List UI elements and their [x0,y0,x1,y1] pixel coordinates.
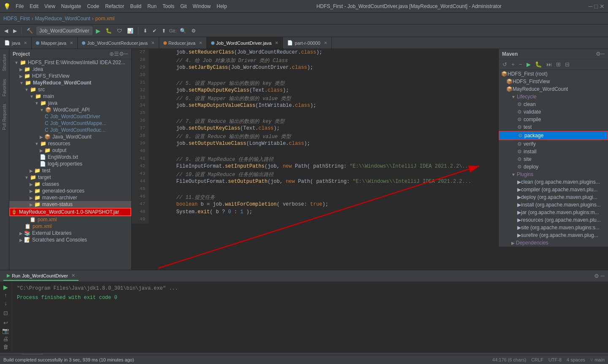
sidebar-layout-button[interactable]: ☰ [114,51,119,57]
tree-classes[interactable]: ▶ 📁 classes [9,181,131,187]
tab-java-close[interactable]: ✕ [24,41,27,45]
maven-plugin-clean[interactable]: ▶ clean (org.apache.maven.plugins... [499,178,608,186]
tree-log4j[interactable]: 📄 log4j.properties [9,160,131,167]
tree-scratches[interactable]: ▶ 📝 Scratches and Consoles [9,236,131,243]
tree-hdfs-firstview[interactable]: ▶ 📁 HDFS_FirstView [9,73,131,79]
run-rerun-down-button[interactable]: ↓ [4,300,7,307]
menu-git[interactable]: Git [178,3,189,10]
maven-plugin-resources[interactable]: ▶ resources (org.apache.maven.plu... [499,216,608,224]
maven-dependencies-section[interactable]: ▶ Dependencies [499,239,608,247]
tab-reducer-full-close[interactable]: ✕ [151,41,155,45]
tree-jar-file[interactable]: 🏺 MayReduce_WordCount-1.0-SNAPSHOT.jar [9,208,131,216]
settings-button[interactable]: ⚙ [190,27,198,35]
run-tab-active[interactable]: ▶ Run Job_WordCountDriver ✕ [3,271,79,281]
encoding[interactable]: UTF-8 [548,357,562,362]
breadcrumb-module[interactable]: MayReduce_WordCount [35,16,90,22]
tree-generated-sources[interactable]: ▶ 📁 generated-sources [9,187,131,194]
sidebar-settings-button[interactable]: ⚙ [119,51,124,57]
tab-part[interactable]: 📄 part-r-00000 ✕ [283,37,332,49]
maven-debug-button[interactable]: 🐛 [534,61,543,68]
tree-driver[interactable]: C Job_WordCountDriver [9,113,131,120]
maven-plugin-install[interactable]: ▶ install (org.apache.maven.plugins... [499,201,608,209]
maximize-button[interactable]: □ [594,3,598,10]
menu-help[interactable]: Help [214,3,230,10]
tree-src[interactable]: ▼ 📁 src [9,86,131,93]
run-wrap-button[interactable]: ↩ [3,320,8,326]
menu-edit[interactable]: Edit [27,3,41,10]
run-button[interactable]: ▶ [94,27,102,35]
maven-clean[interactable]: ⚙ clean [499,101,608,108]
cursor-position[interactable]: 44:176 (6 chars) [492,357,526,362]
menu-tools[interactable]: Tools [160,3,177,10]
tab-java[interactable]: 📄 java ✕ [0,37,32,49]
menu-file[interactable]: File [13,3,26,10]
maven-plugins-section[interactable]: ▼ Plugins [499,171,608,178]
tab-part-close[interactable]: ✕ [324,41,327,45]
run-stop-button[interactable]: ⊡ [3,310,8,316]
menu-view[interactable]: View [42,3,58,10]
back-button[interactable]: ◀ [3,27,10,35]
maven-skip-button[interactable]: ⏭ [545,61,553,68]
maven-plugin-deploy[interactable]: ▶ deploy (org.apache.maven.plugi... [499,193,608,201]
tab-driver-close[interactable]: ✕ [275,41,278,45]
tree-main[interactable]: ▼ 📁 main [9,93,131,100]
git-branch[interactable]: ⑂ main [590,357,605,362]
tree-resources[interactable]: ▼ 📁 resources [9,140,131,147]
tab-mapper[interactable]: Mapper.java ✕ [32,37,78,49]
tree-maven-status[interactable]: ▶ 📁 maven-status [9,201,131,208]
tree-target-pom[interactable]: 📋 pom.xml [9,216,131,223]
maven-verify[interactable]: ⚙ verify [499,140,608,148]
maven-refresh-button[interactable]: ↺ [501,61,508,68]
tree-root-pom[interactable]: 📋 pom.xml [9,223,131,230]
tree-target[interactable]: ▼ 📁 target [9,174,131,181]
run-print-button[interactable]: 🖨 [3,336,8,342]
build-button[interactable]: 🔨 [25,27,35,35]
menu-window[interactable]: Window [190,3,213,10]
run-restart-button[interactable]: ▶ [3,284,8,291]
maven-collapse-all-button[interactable]: ⊟ [564,61,571,68]
maven-settings-button[interactable]: ⚙ [596,51,601,57]
maven-site[interactable]: ⚙ site [499,155,608,163]
maven-add-button[interactable]: + [510,61,516,68]
tab-mapper-close[interactable]: ✕ [70,41,73,45]
tree-reducer[interactable]: C Job_WordCountReduc... [9,127,131,133]
maven-test[interactable]: ⚙ test [499,123,608,131]
sidebar-scope-button[interactable]: ⊕ [109,51,114,57]
maven-hdfs-firstview[interactable]: 📦 HDFS_FirstView [499,78,608,85]
tree-external-libs[interactable]: ▶ 📚 External Libraries [9,230,131,236]
maven-hdfs-first[interactable]: 📦 HDFS_First (root) [499,70,608,78]
tree-java[interactable]: ▼ 📁 java [9,100,131,106]
maven-mayreduce[interactable]: 📦 MayReduce_WordCount [499,85,608,93]
maven-deploy[interactable]: ⚙ deploy [499,163,608,171]
maven-validate[interactable]: ⚙ validate [499,108,608,116]
forward-button[interactable]: ▶ [11,27,19,35]
maven-remove-button[interactable]: − [518,61,524,68]
tree-test[interactable]: ▶ 📁 test [9,167,131,174]
debug-button[interactable]: 🐛 [104,27,114,35]
side-tab-pullrequests[interactable]: Pull Requests [1,101,8,133]
close-button[interactable]: ✕ [600,3,605,10]
maven-compile[interactable]: ⚙ compile [499,116,608,123]
run-camera-button[interactable]: 📷 [2,328,9,334]
sidebar-collapse-button[interactable]: ─ [124,51,128,57]
menu-refactor[interactable]: Refactor [103,3,127,10]
breadcrumb-file[interactable]: pom.xml [95,16,114,22]
tree-maven-archiver[interactable]: ▶ 📁 maven-archiver [9,194,131,201]
indent-info[interactable]: 4 spaces [567,357,585,362]
side-tab-favorites[interactable]: Favorites [1,76,8,100]
minimize-button[interactable]: ─ [589,3,593,10]
maven-plugin-jar[interactable]: ▶ jar (org.apache.maven.plugins:m... [499,209,608,216]
tree-wordcount-api[interactable]: ▼ 📦 WordCount_API [9,106,131,113]
run-rerun-up-button[interactable]: ↑ [4,292,7,299]
maven-expand-button[interactable]: ⊞ [555,61,562,68]
maven-plugin-site[interactable]: ▶ site (org.apache.maven.plugins:s... [499,224,608,231]
tree-idea[interactable]: ▶ 📁 .idea [9,66,131,73]
vcs-push-button[interactable]: ⬆ [160,27,168,35]
breadcrumb-project[interactable]: HDFS_First [3,16,30,22]
maven-run-button[interactable]: ▶ [525,61,532,68]
tree-engwords[interactable]: 📄 EngWords.txt [9,154,131,160]
profile-button[interactable]: 📊 [125,27,135,35]
tab-reducer[interactable]: Reducer.java ✕ [159,37,207,49]
maven-lifecycle-section[interactable]: ▼ Lifecycle [499,93,608,101]
run-close-button[interactable]: ─ [601,273,605,279]
